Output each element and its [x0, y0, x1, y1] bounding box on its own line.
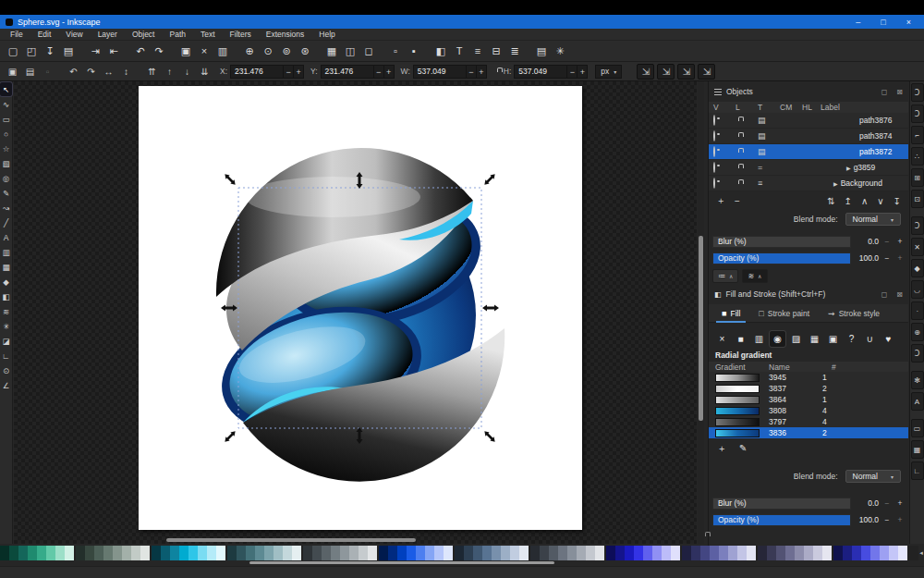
snap-bbox-centers-button[interactable]: ⊡ [911, 190, 924, 208]
palette-swatch[interactable] [103, 546, 113, 560]
palette-swatch[interactable] [870, 546, 880, 560]
palette-swatch[interactable] [283, 546, 292, 560]
lower-button[interactable]: ∨ [877, 196, 883, 206]
snap-smooth-nodes-button[interactable]: ◡ [911, 280, 924, 299]
document-page[interactable] [139, 86, 582, 530]
palette-swatch[interactable] [492, 546, 501, 560]
tab-stroke-style[interactable]: ⇝Stroke style [821, 306, 887, 322]
new-document-button[interactable]: ▢ [5, 43, 21, 59]
calligraphy-tool[interactable]: ╱ [0, 215, 12, 229]
menu-extensions[interactable]: Extensions [260, 29, 311, 40]
palette-swatch[interactable] [264, 546, 274, 560]
spin-plus-button[interactable]: + [294, 65, 304, 79]
dock-close-icon[interactable]: ⊠ [896, 88, 903, 96]
palette-swatch[interactable] [519, 546, 529, 560]
create-clone-button[interactable]: ◫ [342, 43, 359, 59]
palette-swatch[interactable] [188, 546, 198, 560]
rotate-cw-button[interactable]: ↷ [83, 64, 99, 79]
select-all-layers-button[interactable]: ▤ [22, 64, 38, 79]
palette-swatch[interactable] [625, 546, 634, 560]
unlink-clone-button[interactable]: ◻ [360, 43, 377, 59]
paint-heart-button[interactable]: ♥ [881, 331, 896, 347]
deselect-button[interactable]: ▪ [406, 43, 422, 59]
flip-horizontal-button[interactable]: ↔ [101, 64, 116, 79]
text-tool[interactable]: A [0, 230, 12, 244]
palette-swatch[interactable] [76, 546, 85, 560]
objects-list-collapse-button[interactable]: ≔∧ [712, 269, 738, 283]
palette-swatch[interactable] [94, 546, 103, 560]
mesh-tool[interactable]: ▦ [0, 260, 12, 274]
xml-editor-button[interactable]: ⊟ [488, 43, 505, 59]
palette-swatch[interactable] [549, 546, 558, 560]
selector-tool[interactable]: ↖ [0, 82, 12, 96]
paint-linear-gradient-button[interactable]: ▥ [751, 331, 767, 347]
palette-swatch[interactable] [737, 546, 747, 560]
palette-swatch[interactable] [606, 546, 615, 560]
palette-swatch[interactable] [416, 546, 425, 560]
palette-swatch[interactable] [207, 546, 216, 560]
zoom-tool[interactable]: ⊙ [0, 363, 12, 377]
select-all-button[interactable]: ▣ [5, 64, 20, 79]
align-dialog-button[interactable]: ≡ [469, 43, 486, 59]
palette-swatch[interactable] [898, 546, 907, 560]
opacity-minus-button[interactable]: − [882, 515, 892, 524]
palette-swatch[interactable] [577, 546, 586, 560]
gradient-tool[interactable]: ▥ [0, 245, 12, 259]
rotate-ccw-button[interactable]: ↶ [66, 64, 81, 79]
palette-swatch[interactable] [216, 546, 225, 560]
palette-swatch[interactable] [700, 546, 710, 560]
palette-swatch[interactable] [359, 546, 368, 560]
node-tool[interactable]: ∿ [0, 97, 12, 111]
tab-stroke-paint[interactable]: □Stroke paint [751, 306, 817, 322]
redo-button[interactable]: ↷ [151, 43, 167, 59]
snap-text-baseline-button[interactable]: A [911, 392, 924, 411]
palette-swatch[interactable] [643, 546, 652, 560]
palette-swatch[interactable] [368, 546, 377, 560]
snap-others-button[interactable]: ⊕ [911, 323, 924, 341]
palette-swatch[interactable] [595, 546, 604, 560]
palette-swatch[interactable] [671, 546, 680, 560]
menu-view[interactable]: View [59, 29, 89, 40]
blur-slider[interactable]: Blur (%) [712, 498, 851, 510]
palette-swatch[interactable] [558, 546, 567, 560]
object-row[interactable]: ▤path3876 [709, 113, 908, 129]
palette-swatch[interactable] [852, 546, 861, 560]
palette-swatch[interactable] [662, 546, 671, 560]
expander-icon[interactable]: ▶ [833, 181, 838, 187]
raise-button[interactable]: ∧ [861, 196, 868, 206]
paint-swatch-button[interactable]: ▣ [825, 331, 841, 347]
paint-bucket-tool[interactable]: ◧ [0, 289, 12, 303]
palette-swatch[interactable] [691, 546, 700, 560]
import-button[interactable]: ⇥ [87, 43, 103, 59]
palette-swatch[interactable] [634, 546, 643, 560]
raise-button[interactable]: ↑ [162, 64, 177, 79]
opacity-minus-button[interactable]: − [882, 253, 892, 263]
title-bar[interactable]: Sphere.svg - Inkscape – □ × [0, 15, 924, 29]
dropper-tool[interactable]: ◆ [0, 275, 12, 289]
palette-swatch[interactable] [140, 546, 150, 560]
palette-swatch[interactable] [227, 546, 237, 560]
fill-stroke-header[interactable]: ◧ Fill and Stroke (Shift+Ctrl+F) ◻ ⊠ [709, 288, 908, 301]
blur-plus-button[interactable]: + [895, 498, 905, 508]
palette-swatch[interactable] [758, 546, 767, 560]
expander-icon[interactable]: ▶ [846, 166, 851, 171]
palette-swatch[interactable] [303, 546, 312, 560]
palette-swatch[interactable] [473, 546, 482, 560]
text-dialog-button[interactable]: T [451, 43, 468, 59]
scale-stroke-toggle[interactable]: ⇲ [637, 64, 654, 80]
menu-file[interactable]: File [4, 29, 30, 40]
palette-swatch[interactable] [710, 546, 719, 560]
palette-swatch[interactable] [813, 546, 822, 560]
palette-scrollbar[interactable] [0, 561, 924, 565]
cut-button[interactable]: × [196, 43, 213, 59]
palette-swatch[interactable] [46, 546, 55, 560]
layers-dialog-button[interactable]: ≣ [506, 43, 523, 59]
paint-mesh-gradient-button[interactable]: ▦ [807, 331, 822, 347]
visibility-icon[interactable] [713, 131, 736, 141]
star-tool[interactable]: ☆ [0, 141, 12, 155]
menu-edit[interactable]: Edit [31, 29, 58, 40]
snap-bbox-midpoints-button[interactable]: ⊞ [911, 168, 924, 187]
palette-swatch[interactable] [388, 546, 397, 560]
palette-swatch[interactable] [198, 546, 207, 560]
dock-close-icon[interactable]: ⊠ [896, 290, 903, 299]
